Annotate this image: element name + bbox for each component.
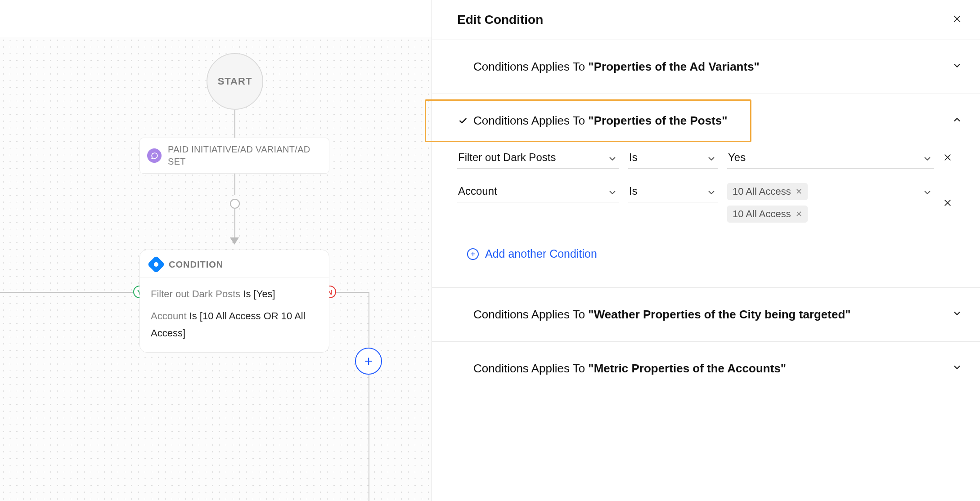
flow-canvas[interactable]: START PAID INITIATIVE/AD VARIANT/AD SET … — [0, 0, 432, 501]
trigger-card[interactable]: PAID INITIATIVE/AD VARIANT/AD SET — [139, 138, 329, 174]
field-select[interactable]: Account — [457, 181, 619, 202]
condition-title: CONDITION — [169, 259, 223, 270]
field-select[interactable]: Filter out Dark Posts — [457, 148, 619, 169]
connector-line — [234, 110, 235, 138]
value-select[interactable]: Yes — [727, 148, 934, 169]
edit-panel: Edit Condition ✓ Conditions Applies To "… — [432, 0, 980, 501]
remove-tag-button[interactable]: ✕ — [796, 209, 802, 219]
connector-line — [336, 292, 369, 293]
panel-title: Edit Condition — [457, 13, 543, 27]
chevron-down-icon — [952, 362, 962, 375]
section-header-weather[interactable]: ✓ Conditions Applies To "Weather Propert… — [432, 288, 980, 341]
diamond-icon — [147, 255, 165, 273]
tag-chip[interactable]: 10 All Access ✕ — [727, 206, 808, 223]
add-condition-button[interactable]: + Add another Condition — [457, 243, 597, 274]
condition-row: Account Is 10 All Access — [457, 181, 962, 230]
connector-line — [234, 209, 235, 239]
chevron-down-icon — [706, 154, 716, 166]
remove-row-button[interactable] — [943, 152, 952, 165]
chevron-up-icon — [952, 115, 962, 127]
chevron-down-icon — [706, 188, 716, 200]
close-button[interactable] — [952, 13, 962, 27]
remove-tag-button[interactable]: ✕ — [796, 187, 802, 197]
trigger-label: PAID INITIATIVE/AD VARIANT/AD SET — [168, 143, 322, 168]
add-step-button[interactable]: + — [355, 348, 382, 375]
connector-line — [369, 292, 369, 501]
tag-chip[interactable]: 10 All Access ✕ — [727, 183, 808, 200]
chevron-down-icon — [922, 154, 932, 166]
start-node[interactable]: START — [207, 53, 263, 110]
condition-card[interactable]: CONDITION Filter out Dark Posts Is [Yes]… — [139, 250, 329, 353]
chevron-down-icon — [952, 61, 962, 73]
connector-line — [0, 292, 133, 293]
arrow-down-icon — [230, 237, 239, 245]
section-header-metric-accounts[interactable]: ✓ Conditions Applies To "Metric Properti… — [432, 342, 980, 395]
section-header-ad-variants[interactable]: ✓ Conditions Applies To "Properties of t… — [432, 40, 980, 94]
remove-row-button[interactable] — [943, 197, 952, 210]
check-icon — [457, 116, 469, 125]
value-multiselect[interactable]: 10 All Access ✕ 10 All Access ✕ — [727, 181, 934, 230]
chevron-down-icon — [952, 309, 962, 321]
chevron-down-icon — [607, 188, 617, 200]
plus-icon: + — [467, 248, 479, 260]
section-header-posts[interactable]: Conditions Applies To "Properties of the… — [432, 94, 980, 148]
operator-select[interactable]: Is — [628, 181, 718, 202]
connector-line — [234, 174, 235, 195]
condition-row: Filter out Dark Posts Is Yes — [457, 148, 962, 169]
operator-select[interactable]: Is — [628, 148, 718, 169]
chevron-down-icon — [922, 188, 932, 200]
chat-bubble-icon — [147, 148, 162, 163]
connector-handle[interactable] — [230, 199, 240, 209]
chevron-down-icon — [607, 154, 617, 166]
condition-summary: Filter out Dark Posts Is [Yes] Account I… — [140, 277, 329, 352]
